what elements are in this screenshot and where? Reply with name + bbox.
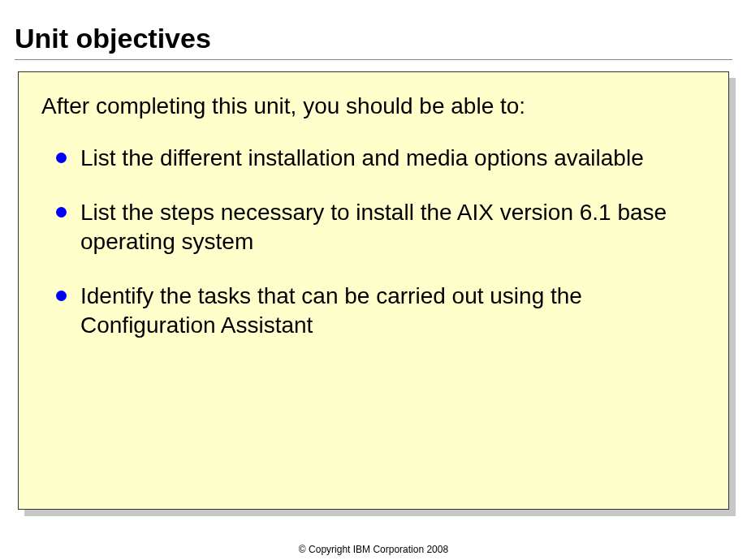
intro-text: After completing this unit, you should b… (41, 92, 706, 121)
slide-container: Unit objectives After completing this un… (0, 0, 747, 560)
bullet-item: List the steps necessary to install the … (56, 198, 706, 257)
content-box-wrapper: After completing this unit, you should b… (18, 71, 729, 510)
bullet-list: List the different installation and medi… (41, 144, 706, 340)
bullet-item: List the different installation and medi… (56, 144, 706, 173)
slide-title: Unit objectives (15, 23, 732, 60)
bullet-item: Identify the tasks that can be carried o… (56, 282, 706, 341)
content-box: After completing this unit, you should b… (18, 71, 729, 510)
copyright-footer: © Copyright IBM Corporation 2008 (0, 544, 747, 555)
